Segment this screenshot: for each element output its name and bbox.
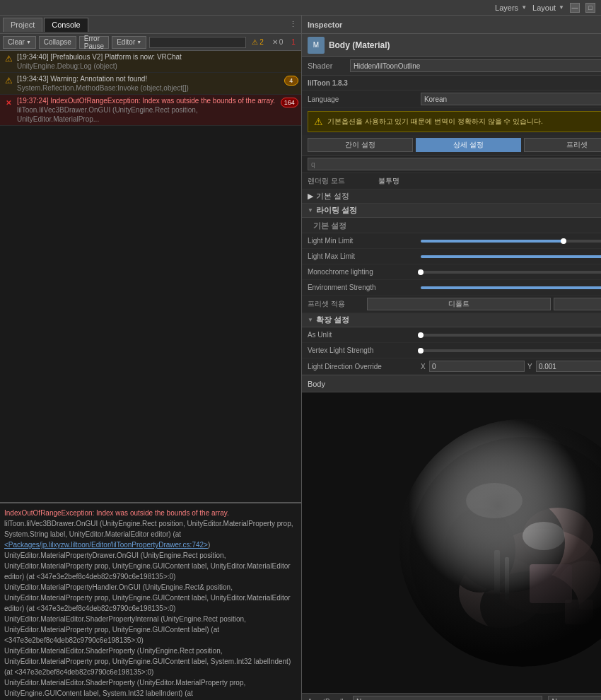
lighting-settings-label: 라이팅 설정 bbox=[316, 205, 357, 216]
top-bar: Layers ▼ Layout ▼ — □ bbox=[0, 0, 601, 16]
expand-arrow: ▼ bbox=[308, 317, 313, 323]
preset-semi-mono-button[interactable]: 세미 모노크롬 bbox=[554, 298, 601, 310]
basic-settings-collapsed[interactable]: ▶ 기본 설정 bbox=[302, 189, 601, 204]
tab-more-button[interactable]: ⋮ bbox=[288, 20, 298, 30]
warning-badge: ⚠ 2 bbox=[249, 37, 267, 47]
light-max-fill bbox=[421, 255, 601, 258]
tab-basic-label: 간이 설정 bbox=[345, 140, 375, 150]
preset-default-label: 디폴트 bbox=[448, 299, 469, 309]
search-row bbox=[302, 156, 601, 173]
minimize-button[interactable]: — bbox=[570, 3, 580, 13]
light-dir-fields: X Y Z bbox=[421, 361, 601, 372]
tab-project[interactable]: Project bbox=[3, 18, 42, 32]
tab-console[interactable]: Console bbox=[44, 18, 88, 32]
light-dir-x-field: X bbox=[421, 361, 525, 372]
env-strength-value: 1 bbox=[421, 284, 601, 291]
light-min-slider[interactable] bbox=[421, 240, 601, 243]
preview-header: Body ▶ ⏸ ⚙ ⋮ bbox=[302, 375, 601, 392]
light-min-fill bbox=[421, 240, 564, 243]
tab-detail[interactable]: 상세 설정 bbox=[416, 138, 521, 152]
tab-preset[interactable]: 프리셋 bbox=[524, 138, 601, 152]
shader-row: Shader Hidden/lilToonOutline ▼ Edit... bbox=[302, 57, 601, 76]
clear-button[interactable]: Clear ▼ bbox=[3, 36, 36, 49]
preset-default-button[interactable]: 디폴트 bbox=[367, 298, 552, 310]
layout-arrow: ▼ bbox=[559, 4, 564, 11]
expand-settings-header[interactable]: ▼ 확장 설정 bbox=[302, 313, 601, 327]
layers-arrow: ▼ bbox=[521, 4, 527, 11]
asset-bundle-select-1[interactable]: None ▼ bbox=[353, 696, 542, 701]
vertex-light-slider[interactable] bbox=[421, 349, 601, 352]
editor-button[interactable]: Editor ▼ bbox=[112, 36, 146, 49]
language-dropdown[interactable]: Korean ▼ bbox=[421, 93, 601, 105]
monochrome-slider[interactable] bbox=[421, 271, 601, 274]
preset-apply-label: 프리셋 적용 bbox=[308, 299, 364, 309]
warning-count: 2 bbox=[259, 38, 264, 46]
warning-text: 기본옵션을 사용하고 있기 때문에 번역이 정확하지 않을 수 있습니다. bbox=[327, 117, 543, 127]
editor-arrow: ▼ bbox=[136, 40, 141, 45]
expand-settings-label: 확장 설정 bbox=[316, 315, 349, 325]
lighting-settings-header[interactable]: ▼ 라이팅 설정 bbox=[302, 204, 601, 218]
log-icon-2: ⚠ bbox=[3, 75, 14, 86]
count-badge: 1 bbox=[288, 37, 298, 47]
inspector-title: Inspector bbox=[308, 21, 343, 29]
preview-title: Body bbox=[308, 380, 325, 388]
svg-point-16 bbox=[466, 483, 523, 518]
log-count-2: 4 bbox=[284, 76, 298, 86]
light-max-label: Light Max Limit bbox=[308, 252, 421, 260]
count-value: 1 bbox=[291, 38, 296, 46]
env-strength-slider[interactable] bbox=[421, 286, 601, 289]
log-icon-3: ✕ bbox=[3, 97, 14, 108]
property-search-input[interactable] bbox=[308, 158, 601, 170]
layers-group: Layers ▼ bbox=[495, 4, 527, 12]
left-panel: Project Console ⋮ Clear ▼ Collapse Error… bbox=[0, 16, 302, 700]
monochrome-dot bbox=[418, 269, 424, 275]
monochrome-value: 0 bbox=[421, 268, 601, 276]
clear-arrow: ▼ bbox=[26, 40, 31, 45]
asset-bundle-select-2[interactable]: None ▼ bbox=[548, 696, 601, 701]
light-max-row: Light Max Limit 1 bbox=[302, 249, 601, 264]
light-min-value: 0.00 bbox=[421, 237, 601, 245]
light-min-row: Light Min Limit 0.00 bbox=[302, 233, 601, 249]
monochrome-row: Monochrome lighting 0 bbox=[302, 264, 601, 280]
console-search-input[interactable] bbox=[149, 37, 246, 48]
language-value-container: Korean ▼ bbox=[421, 93, 601, 105]
preview-canvas bbox=[302, 392, 601, 693]
maximize-button[interactable]: □ bbox=[585, 3, 595, 13]
light-max-value: 1 bbox=[421, 252, 601, 260]
light-max-slider[interactable] bbox=[421, 255, 601, 258]
light-dir-row: Light Direction Override X Y Z bbox=[302, 358, 601, 375]
light-dir-y-input[interactable] bbox=[536, 361, 601, 372]
basic-settings-label: 기본 설정 bbox=[316, 191, 349, 202]
shader-value-text: Hidden/lilToonOutline bbox=[354, 62, 421, 70]
monochrome-label: Monochrome lighting bbox=[308, 268, 421, 276]
light-dir-label: Light Direction Override bbox=[308, 363, 421, 371]
light-dir-y-field: Y bbox=[527, 361, 601, 372]
as-unlit-slider[interactable] bbox=[421, 334, 601, 337]
log-text-1: [19:34:40] [Prefabulous V2] Platform is … bbox=[17, 52, 298, 71]
stack-link-1[interactable]: <Packages/jp.lilxyzw.liltoon/Editor/lilT… bbox=[4, 541, 208, 549]
preview-sphere-svg bbox=[388, 409, 601, 677]
error-badge: ✕ 0 bbox=[269, 37, 286, 47]
env-strength-label: Environment Strength bbox=[308, 284, 421, 291]
error-icon-3: ✕ bbox=[6, 99, 11, 107]
tab-preset-label: 프리셋 bbox=[566, 140, 588, 150]
error-count: 0 bbox=[279, 38, 284, 46]
basic-settings-arrow: ▶ bbox=[308, 192, 313, 201]
collapse-button[interactable]: Collapse bbox=[39, 36, 76, 49]
rendering-mode-value: 불투명 bbox=[378, 176, 399, 186]
log-item-1[interactable]: ⚠ [19:34:40] [Prefabulous V2] Platform i… bbox=[0, 51, 301, 73]
warning-icon: ⚠ bbox=[252, 38, 258, 46]
light-min-dot bbox=[561, 238, 566, 244]
log-item-2[interactable]: ⚠ [19:34:43] Warning: Annotation not fou… bbox=[0, 73, 301, 95]
inspector-body: M Body (Material) Shader Hidden/lilToonO… bbox=[302, 34, 601, 700]
asset-bundle-row: AssetBundle None ▼ None ▼ bbox=[302, 693, 601, 700]
log-item-3[interactable]: ✕ [19:37:24] IndexOutOfRangeException: I… bbox=[0, 95, 301, 126]
inspector-header: Inspector bbox=[302, 16, 601, 34]
material-icon: M bbox=[308, 37, 325, 54]
error-pause-button[interactable]: Error Pause bbox=[79, 36, 109, 49]
light-dir-x-input[interactable] bbox=[429, 361, 525, 372]
vertex-light-value: 0 bbox=[421, 346, 601, 354]
liltoon-info-row: lilToon 1.8.3 헬프 bbox=[302, 76, 601, 91]
warning-icon-2: ⚠ bbox=[5, 76, 13, 86]
tab-basic[interactable]: 간이 설정 bbox=[308, 138, 413, 152]
